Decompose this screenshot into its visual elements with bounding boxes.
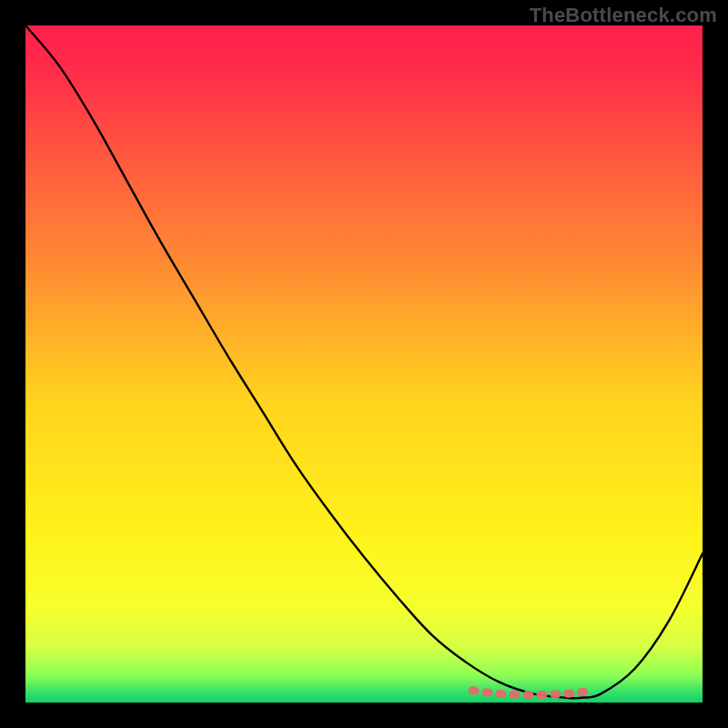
chart-frame: TheBottleneck.com [0,0,728,728]
gradient-background [25,25,703,703]
chart-svg [25,25,703,703]
plot-area [25,25,703,703]
watermark-label: TheBottleneck.com [530,4,717,27]
